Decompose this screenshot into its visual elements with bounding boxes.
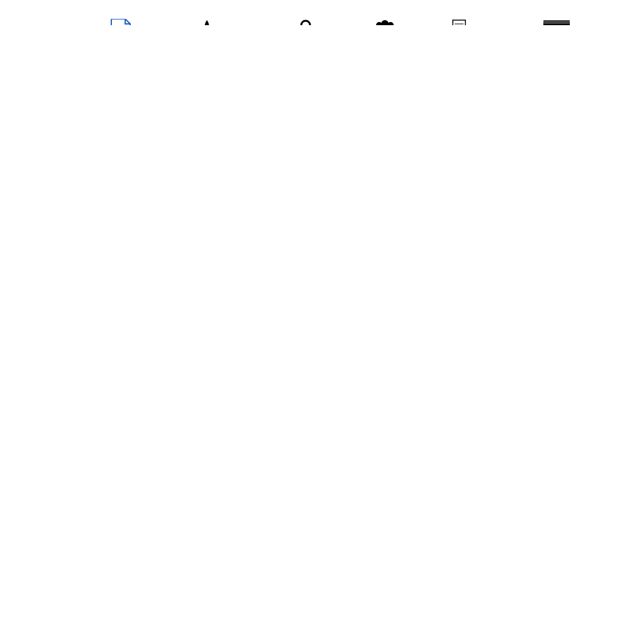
- arrow-icon: ⟶: [251, 22, 276, 25]
- attempt-ssh-node: >_ attempt ssh with ssh keys, and identi…: [516, 19, 597, 25]
- terminal-window-icon: >_: [542, 19, 571, 25]
- hosts-node: identify hosts: [441, 19, 477, 25]
- arrow-icon: ⟶: [335, 22, 360, 25]
- svg-rect-16: [543, 20, 570, 24]
- knife-icon: [197, 19, 216, 25]
- svg-point-3: [301, 21, 310, 25]
- users-icon: [370, 19, 399, 25]
- arrow-icon: ⟶: [138, 22, 163, 25]
- ldr-sh-node: </> ldr.sh: [110, 19, 131, 25]
- arrow-icon: ⟶: [484, 22, 509, 25]
- server-icon: [451, 19, 467, 25]
- arrow-icon: ⟶: [409, 22, 435, 25]
- key-icon: [296, 19, 315, 25]
- script-file-icon: </>: [110, 19, 131, 25]
- svg-rect-10: [453, 20, 465, 25]
- ssh-keys-node: identify ssh keys: [282, 19, 328, 25]
- users-node: identify users: [366, 19, 403, 25]
- kill-node: kill competing miners & Aliyun agent: [169, 19, 245, 25]
